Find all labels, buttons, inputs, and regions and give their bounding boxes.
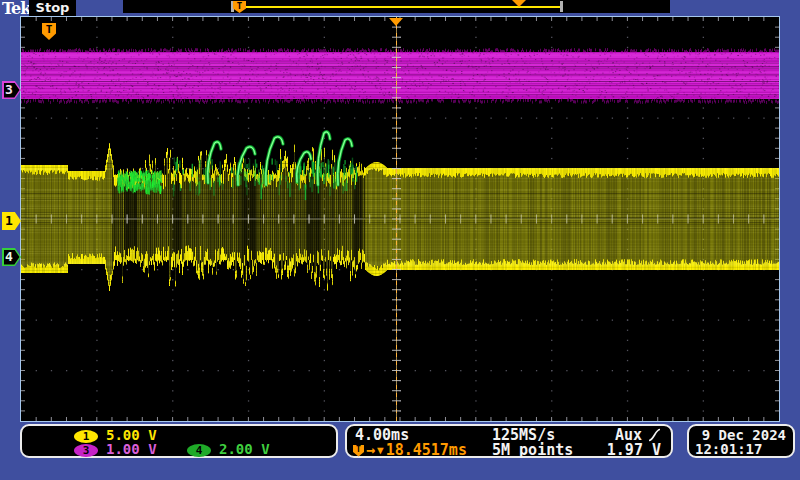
waveform-display: [21, 17, 779, 421]
record-view-bar: T: [123, 0, 670, 13]
trigger-position-icon[interactable]: [389, 18, 403, 26]
horizontal-trigger-readout-box: 4.00ms 125MS/s Aux T → ▼ 18.4517ms 5M po…: [345, 424, 673, 458]
trigger-t-icon: T: [233, 1, 246, 13]
window-bracket-right-icon[interactable]: [560, 1, 563, 12]
channel-4-badge[interactable]: 4: [187, 444, 211, 457]
acquisition-status[interactable]: Stop: [29, 0, 76, 17]
trigger-position-bar-icon[interactable]: [512, 0, 526, 7]
channel-readout-box: 1 5.00 V 3 1.00 V 4 2.00 V: [20, 424, 338, 458]
channel-3-scale: 1.00 V: [106, 442, 157, 457]
channel-3-badge[interactable]: 3: [74, 444, 98, 457]
channel-4-marker-label: 4: [2, 249, 16, 264]
datetime-box: 9 Dec 2024 12:01:17: [687, 424, 795, 458]
time-readout: 12:01:17: [695, 442, 762, 457]
trigger-level: 1.97 V: [607, 443, 661, 458]
channel-4-scale: 2.00 V: [219, 442, 270, 457]
channel-1-marker-label: 1: [2, 213, 16, 228]
channel-1-marker[interactable]: 1: [2, 212, 21, 230]
channel-4-marker[interactable]: 4: [2, 248, 21, 266]
oscilloscope-screen: Tek Stop T T 3 1 4 1 5.00 V 3 1.00 V 4 2…: [0, 0, 800, 480]
graticule: T: [20, 16, 780, 422]
channel-3-marker[interactable]: 3: [2, 81, 21, 99]
record-length: 5M points: [492, 443, 573, 458]
channel-3-marker-label: 3: [2, 82, 16, 97]
